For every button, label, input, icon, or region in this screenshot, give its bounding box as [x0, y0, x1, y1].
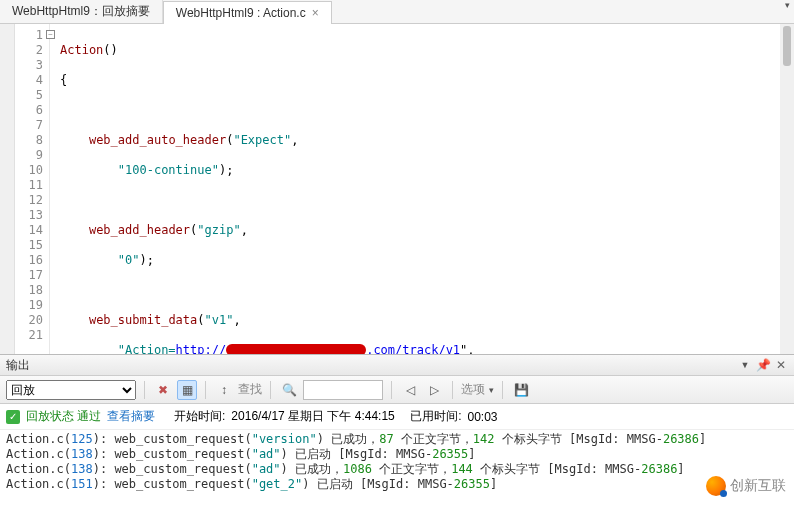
line-number: 18	[15, 283, 49, 298]
minimize-icon[interactable]: ▼	[738, 360, 752, 370]
view-summary-link[interactable]: 查看摘要	[107, 408, 155, 425]
editor-tabs: WebHttpHtml9：回放摘要 WebHttpHtml9 : Action.…	[0, 0, 794, 24]
line-number: 20	[15, 313, 49, 328]
code-area[interactable]: Action() { web_add_auto_header("Expect",…	[50, 24, 794, 354]
line-number: 6	[15, 103, 49, 118]
log-row: Action.c(138): web_custom_request("ad") …	[6, 462, 788, 477]
log-row: Action.c(138): web_custom_request("ad") …	[6, 447, 788, 462]
output-toolbar: 回放 ✖ ▦ ↕ 查找 🔍 ◁ ▷ 选项 ▾ 💾	[0, 376, 794, 404]
breakpoint-margin[interactable]	[0, 24, 15, 354]
save-icon[interactable]: 💾	[511, 380, 531, 400]
line-number-gutter: 123456789101112131415161718192021	[15, 24, 50, 354]
line-number: 9	[15, 148, 49, 163]
line-number: 12	[15, 193, 49, 208]
line-number: 15	[15, 238, 49, 253]
tab-label: WebHttpHtml9：回放摘要	[12, 3, 150, 20]
line-number: 21	[15, 328, 49, 343]
line-number: 8	[15, 133, 49, 148]
options-label[interactable]: 选项	[461, 381, 485, 398]
log-row: Action.c(125): web_custom_request("versi…	[6, 432, 788, 447]
line-number: 7	[15, 118, 49, 133]
elapsed-value: 00:03	[467, 410, 497, 424]
redacted-url	[226, 344, 366, 355]
output-panel-header: 输出 ▼ 📌 ✕	[0, 354, 794, 376]
pass-status-icon: ✓	[6, 410, 20, 424]
replay-summary-row: ✓ 回放状态 通过 查看摘要 开始时间: 2016/4/17 星期日 下午 4:…	[0, 404, 794, 430]
find-label: 查找	[238, 381, 262, 398]
tab-label: WebHttpHtml9 : Action.c	[176, 6, 306, 20]
delete-icon[interactable]: ✖	[153, 380, 173, 400]
line-number: 11	[15, 178, 49, 193]
replay-status: 回放状态 通过	[26, 408, 101, 425]
replay-dropdown[interactable]: 回放	[6, 380, 136, 400]
line-number: 3	[15, 58, 49, 73]
output-title: 输出	[6, 357, 30, 374]
line-number: 5	[15, 88, 49, 103]
close-icon[interactable]: ✕	[774, 358, 788, 372]
toggle-view-icon[interactable]: ▦	[177, 380, 197, 400]
output-log[interactable]: Action.c(125): web_custom_request("versi…	[0, 430, 794, 494]
line-number: 1	[15, 28, 49, 43]
elapsed-label: 已用时间:	[410, 408, 461, 425]
tab-overflow-icon[interactable]: ▾	[780, 0, 794, 23]
line-number: 19	[15, 298, 49, 313]
line-number: 14	[15, 223, 49, 238]
search-icon[interactable]: 🔍	[279, 380, 299, 400]
find-icon[interactable]: ↕	[214, 380, 234, 400]
fn-name: Action	[60, 43, 103, 57]
start-time-label: 开始时间:	[174, 408, 225, 425]
next-result-icon[interactable]: ▷	[424, 380, 444, 400]
editor-scrollbar[interactable]	[780, 24, 794, 354]
line-number: 17	[15, 268, 49, 283]
line-number: 4	[15, 73, 49, 88]
search-input[interactable]	[303, 380, 383, 400]
start-time-value: 2016/4/17 星期日 下午 4:44:15	[231, 408, 394, 425]
tab-close-icon[interactable]: ×	[312, 6, 319, 20]
tab-action-c[interactable]: WebHttpHtml9 : Action.c ×	[163, 1, 332, 24]
tab-replay-summary[interactable]: WebHttpHtml9：回放摘要	[0, 0, 163, 23]
prev-result-icon[interactable]: ◁	[400, 380, 420, 400]
line-number: 2	[15, 43, 49, 58]
line-number: 10	[15, 163, 49, 178]
line-number: 13	[15, 208, 49, 223]
code-editor: 123456789101112131415161718192021 − Acti…	[0, 24, 794, 354]
pin-icon[interactable]: 📌	[756, 358, 770, 372]
line-number: 16	[15, 253, 49, 268]
log-row: Action.c(151): web_custom_request("get_2…	[6, 477, 788, 492]
